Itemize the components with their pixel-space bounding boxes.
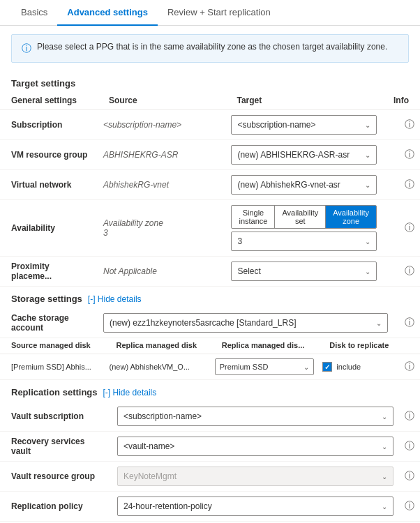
banner-text: Please select a PPG that is in the same …	[37, 42, 387, 52]
info-circle-icon[interactable]: ⓘ	[405, 500, 414, 511]
vnet-dropdown[interactable]: (new) AbhishekRG-vnet-asr ⌄	[231, 175, 377, 195]
vm-rg-dropdown[interactable]: (new) ABHISHEKRG-ASR-asr ⌄	[231, 145, 377, 165]
cache-storage-dropdown[interactable]: (new) ezz1hzkeynoters5asrcache [Standard…	[103, 313, 388, 333]
vault-rg-dropdown[interactable]: KeyNoteMgmt ⌄	[117, 467, 393, 486]
replication-settings-table: Vault subscription <subscription-name> ⌄…	[0, 402, 420, 522]
chevron-down-icon: ⌄	[382, 473, 387, 480]
cache-storage-row: Cache storage account (new) ezz1hzkeynot…	[0, 308, 420, 338]
chevron-down-icon: ⌄	[365, 268, 370, 275]
col-general: General settings	[0, 93, 98, 110]
chevron-down-icon: ⌄	[376, 319, 382, 327]
avail-zone-dropdown[interactable]: 3 ⌄	[231, 232, 377, 251]
subscription-dropdown[interactable]: <subscription-name> ⌄	[231, 115, 377, 135]
replication-hide-details-link[interactable]: [-] Hide details	[103, 388, 157, 397]
rep-policy-dropdown[interactable]: 24-hour-retention-policy ⌄	[117, 497, 393, 516]
include-checkbox[interactable]: ✓	[322, 362, 332, 372]
vault-sub-target: <subscription-name> ⌄	[112, 402, 399, 432]
row-target-vnet: (new) AbhishekRG-vnet-asr ⌄	[225, 170, 382, 200]
row-label-proximity: Proximity placeme...	[0, 257, 98, 287]
row-label-subscription: Subscription	[0, 110, 98, 140]
table-row: Virtual network AbhishekRG-vnet (new) Ab…	[0, 170, 420, 200]
tab-basics[interactable]: Basics	[11, 0, 57, 26]
include-label: include	[336, 363, 361, 371]
info-circle-icon[interactable]: ⓘ	[405, 222, 414, 233]
availability-button-group: Single instance Availability set Availab…	[231, 205, 377, 229]
availability-source-line2: 3	[103, 228, 220, 238]
disk-col-source: Source managed disk	[0, 338, 105, 354]
row-target-proximity: Select ⌄	[225, 257, 382, 287]
col-source: Source	[98, 93, 225, 110]
target-settings-table: General settings Source Target Info Subs…	[0, 93, 420, 287]
info-banner: ⓘ Please select a PPG that is in the sam…	[11, 34, 409, 63]
avail-zone-button[interactable]: Availability zone	[326, 206, 376, 228]
disk-row: [Premium SSD] Abhis... (new) AbhishekVM_…	[0, 354, 420, 380]
info-circle-icon[interactable]: ⓘ	[405, 440, 414, 451]
row-label-vm-rg: VM resource group	[0, 140, 98, 170]
avail-set-button[interactable]: Availability set	[275, 206, 326, 228]
col-info: Info	[382, 93, 420, 110]
chevron-down-icon: ⌄	[303, 363, 309, 371]
checkmark-icon: ✓	[324, 363, 330, 371]
disk-source-managed: [Premium SSD] Abhis...	[0, 354, 105, 380]
disk-col-replicate: Disk to replicate	[318, 338, 400, 354]
disk-include-cell: ✓ include	[318, 354, 400, 380]
row-source-subscription: <subscription-name>	[98, 110, 225, 140]
recovery-vault-target: <vault-name> ⌄	[112, 432, 399, 462]
info-circle-icon[interactable]: ⓘ	[405, 470, 414, 481]
row-target-subscription: <subscription-name> ⌄	[225, 110, 382, 140]
recovery-vault-dropdown[interactable]: <vault-name> ⌄	[117, 437, 393, 456]
row-label-vnet: Virtual network	[0, 170, 98, 200]
chevron-down-icon: ⌄	[365, 181, 370, 189]
disk-replica-managed2: Premium SSD ⌄	[211, 354, 319, 380]
storage-settings-section: Storage settings [-] Hide details	[0, 287, 420, 308]
row-target-availability: Single instance Availability set Availab…	[225, 200, 382, 257]
storage-settings-title: Storage settings	[11, 294, 82, 304]
row-source-vnet: AbhishekRG-vnet	[98, 170, 225, 200]
tab-review-start[interactable]: Review + Start replication	[158, 0, 280, 26]
tab-navigation: Basics Advanced settings Review + Start …	[0, 0, 420, 26]
table-row: Availability Availability zone 3 Single …	[0, 200, 420, 257]
table-row: Proximity placeme... Not Applicable Sele…	[0, 257, 420, 287]
chevron-down-icon: ⌄	[382, 503, 387, 510]
info-circle-icon[interactable]: ⓘ	[405, 410, 414, 421]
tab-advanced-settings[interactable]: Advanced settings	[57, 0, 158, 26]
vault-rg-target: KeyNoteMgmt ⌄	[112, 462, 399, 492]
replica-disk-type-dropdown[interactable]: Premium SSD ⌄	[215, 358, 315, 375]
cache-storage-table: Cache storage account (new) ezz1hzkeynot…	[0, 308, 420, 338]
col-target: Target	[225, 93, 382, 110]
replication-settings-section: Replication settings [-] Hide details	[0, 380, 420, 402]
storage-hide-details-link[interactable]: [-] Hide details	[88, 294, 142, 304]
table-row: VM resource group ABHISHEKRG-ASR (new) A…	[0, 140, 420, 170]
vault-sub-label: Vault subscription	[0, 402, 112, 432]
include-checkbox-container: ✓ include	[322, 362, 396, 372]
chevron-down-icon: ⌄	[382, 413, 387, 420]
row-source-availability: Availability zone 3	[98, 200, 225, 257]
recovery-vault-label: Recovery services vault	[0, 432, 112, 462]
info-circle-icon[interactable]: ⓘ	[405, 149, 414, 160]
info-circle-icon[interactable]: ⓘ	[405, 361, 414, 372]
info-circle-icon[interactable]: ⓘ	[405, 317, 414, 328]
vault-subscription-dropdown[interactable]: <subscription-name> ⌄	[117, 407, 393, 426]
availability-source-line1: Availability zone	[103, 218, 220, 228]
info-circle-icon[interactable]: ⓘ	[405, 119, 414, 130]
table-row: Vault resource group KeyNoteMgmt ⌄ ⓘ	[0, 462, 420, 492]
chevron-down-icon: ⌄	[365, 151, 370, 159]
cache-storage-label: Cache storage account	[0, 308, 98, 338]
row-source-proximity: Not Applicable	[98, 257, 225, 287]
rep-policy-label: Replication policy	[0, 492, 112, 522]
disk-table: Source managed disk Replica managed disk…	[0, 338, 420, 380]
table-row: Subscription <subscription-name> <subscr…	[0, 110, 420, 140]
disk-col-replica1: Replica managed disk	[105, 338, 211, 354]
chevron-down-icon: ⌄	[365, 238, 370, 245]
avail-single-instance-button[interactable]: Single instance	[232, 206, 275, 228]
proximity-dropdown[interactable]: Select ⌄	[231, 262, 377, 281]
table-row: Vault subscription <subscription-name> ⌄…	[0, 402, 420, 432]
info-circle-icon[interactable]: ⓘ	[405, 265, 414, 276]
row-label-availability: Availability	[0, 200, 98, 257]
rep-policy-target: 24-hour-retention-policy ⌄	[112, 492, 399, 522]
cache-storage-target: (new) ezz1hzkeynoters5asrcache [Standard…	[98, 308, 393, 338]
info-icon: ⓘ	[22, 43, 31, 55]
table-row: Replication policy 24-hour-retention-pol…	[0, 492, 420, 522]
replication-settings-title: Replication settings	[11, 387, 98, 397]
info-circle-icon[interactable]: ⓘ	[405, 179, 414, 190]
